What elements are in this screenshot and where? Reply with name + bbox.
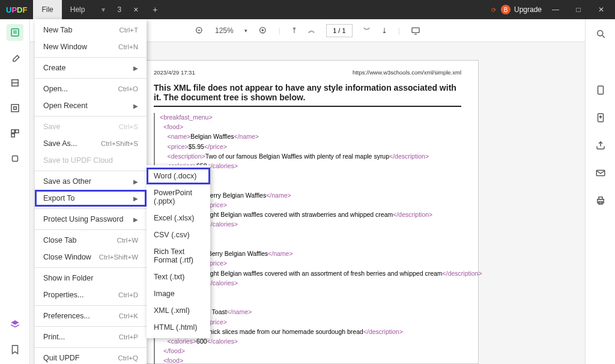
svg-rect-7 <box>15 130 18 133</box>
zoom-out-icon[interactable] <box>195 26 204 35</box>
export-icon[interactable] <box>592 109 609 126</box>
page-url: https://www.w3schools.com/xml/simple.xml <box>353 69 461 76</box>
export-powerpoint[interactable]: PowerPoint (.pptx) <box>147 184 210 210</box>
export-html[interactable]: HTML (.html) <box>147 319 210 336</box>
page-title: This XML file does not appear to have an… <box>154 83 461 107</box>
zoom-value[interactable]: 125% <box>215 26 234 35</box>
menu-open[interactable]: Open...Ctrl+O <box>35 80 147 97</box>
chevron-right-icon: ▶ <box>133 178 138 185</box>
file-menu-dropdown: New TabCtrl+T New WindowCtrl+N Create▶ O… <box>35 19 147 364</box>
export-excel[interactable]: Excel (.xlsx) <box>147 210 210 226</box>
menu-open-recent[interactable]: Open Recent▶ <box>35 97 147 114</box>
chevron-right-icon: ▶ <box>133 216 138 223</box>
menu-save-other[interactable]: Save as Other▶ <box>35 173 147 190</box>
svg-rect-19 <box>598 86 603 94</box>
menu-close-window[interactable]: Close WindowCtrl+Shift+W <box>35 249 147 265</box>
menu-export-to[interactable]: Export To▶ <box>35 190 147 207</box>
menu-preferences[interactable]: Preferences...Ctrl+K <box>35 308 147 324</box>
svg-line-18 <box>602 35 605 38</box>
first-page-icon[interactable]: ⤒ <box>291 26 297 35</box>
svg-rect-5 <box>11 105 19 112</box>
right-sidebar <box>585 19 615 364</box>
attachment-icon[interactable] <box>592 82 609 99</box>
document-tab[interactable]: ▾ 3 × <box>93 0 147 19</box>
svg-rect-9 <box>12 156 17 162</box>
crop-tool-icon[interactable] <box>7 150 23 167</box>
export-xml[interactable]: XML (.xml) <box>147 302 210 319</box>
present-icon[interactable] <box>411 26 420 35</box>
new-tab-button[interactable]: + <box>147 5 163 14</box>
close-icon[interactable]: ✕ <box>592 0 610 19</box>
menu-quit[interactable]: Quit UPDFCtrl+Q <box>35 350 147 364</box>
export-text[interactable]: Text (.txt) <box>147 268 210 285</box>
sync-icon[interactable]: ⟳ <box>491 7 496 13</box>
menu-file[interactable]: File <box>33 0 61 19</box>
menu-create[interactable]: Create▶ <box>35 59 147 76</box>
titlebar: UPDF File Help ▾ 3 × + ⟳ B Upgrade — □ ✕ <box>0 0 615 19</box>
zoom-in-icon[interactable] <box>258 26 268 35</box>
menu-properties[interactable]: Properties...Ctrl+D <box>35 287 147 303</box>
organize-tool-icon[interactable] <box>7 125 23 142</box>
tab-close-icon[interactable]: × <box>133 5 138 14</box>
tab-name: 3 <box>117 5 121 14</box>
page-timestamp: 2023/4/29 17:31 <box>154 69 195 76</box>
svg-rect-6 <box>11 130 14 133</box>
zoom-dropdown-icon[interactable]: ▾ <box>244 28 247 34</box>
export-submenu: Word (.docx) PowerPoint (.pptx) Excel (.… <box>147 165 210 338</box>
menu-new-tab[interactable]: New TabCtrl+T <box>35 22 147 38</box>
share-icon[interactable] <box>592 137 609 154</box>
next-page-icon[interactable]: ︾ <box>363 25 371 35</box>
upgrade-button[interactable]: B Upgrade <box>501 5 542 14</box>
ocr-tool-icon[interactable] <box>7 100 23 117</box>
user-badge: B <box>501 5 510 14</box>
menu-protect[interactable]: Protect Using Password▶ <box>35 211 147 228</box>
menu-save-as[interactable]: Save As...Ctrl+Shift+S <box>35 135 147 152</box>
layers-icon[interactable] <box>7 316 23 333</box>
last-page-icon[interactable]: ⤓ <box>381 26 387 35</box>
print-icon[interactable] <box>592 192 609 209</box>
svg-rect-23 <box>599 197 602 199</box>
mail-icon[interactable] <box>592 165 609 181</box>
page-input[interactable] <box>326 24 353 37</box>
menu-help[interactable]: Help <box>62 0 94 19</box>
minimize-icon[interactable]: — <box>547 0 565 19</box>
maximize-icon[interactable]: □ <box>569 0 587 19</box>
svg-rect-8 <box>11 134 14 137</box>
bookmark-icon[interactable] <box>7 341 23 358</box>
annotate-tool-icon[interactable] <box>7 49 23 66</box>
menu-save-cloud: Save to UPDF Cloud <box>35 152 147 169</box>
chevron-right-icon: ▶ <box>133 65 138 71</box>
search-icon[interactable] <box>592 25 609 42</box>
edit-tool-icon[interactable] <box>7 74 23 91</box>
menu-print[interactable]: Print...Ctrl+P <box>35 329 147 345</box>
chevron-right-icon: ▶ <box>133 195 138 202</box>
export-image[interactable]: Image <box>147 285 210 302</box>
export-word[interactable]: Word (.docx) <box>147 168 210 184</box>
left-sidebar <box>0 19 30 364</box>
menu-show-finder[interactable]: Show in Folder <box>35 270 147 287</box>
menu-close-tab[interactable]: Close TabCtrl+W <box>35 232 147 249</box>
upgrade-label: Upgrade <box>514 5 542 14</box>
prev-page-icon[interactable]: ︽ <box>308 25 315 35</box>
svg-rect-15 <box>412 28 419 32</box>
menu-save: SaveCtrl+S <box>35 118 147 135</box>
app-logo: UPDF <box>0 5 33 14</box>
menu-new-window[interactable]: New WindowCtrl+N <box>35 38 147 55</box>
export-csv[interactable]: CSV (.csv) <box>147 226 210 243</box>
chevron-right-icon: ▶ <box>133 103 138 109</box>
svg-point-17 <box>597 31 602 36</box>
export-rtf[interactable]: Rich Text Format (.rtf) <box>147 243 210 268</box>
reader-tool-icon[interactable] <box>7 24 23 41</box>
